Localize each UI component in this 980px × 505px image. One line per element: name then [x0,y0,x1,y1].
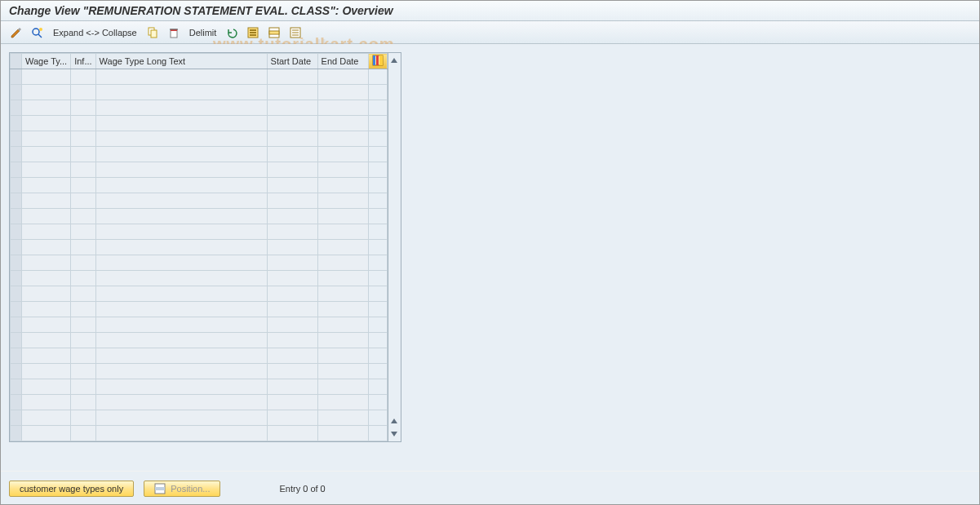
cell-wage-type[interactable] [22,162,71,178]
cell-start-date[interactable] [267,426,317,441]
cell-end-date[interactable] [317,193,368,209]
cell-start-date[interactable] [267,286,317,302]
table-row[interactable] [11,379,388,395]
table-row[interactable] [11,147,388,162]
cell-inf[interactable] [71,209,95,224]
row-selector[interactable] [11,395,22,410]
cell-start-date[interactable] [267,348,317,364]
cell-long-text[interactable] [95,410,267,426]
cell-long-text[interactable] [95,193,267,209]
table-row[interactable] [11,240,388,255]
cell-end-date[interactable] [317,100,368,116]
row-selector[interactable] [11,240,22,255]
row-selector[interactable] [11,69,22,85]
cell-inf[interactable] [71,147,95,162]
select-all-icon[interactable] [244,24,262,41]
cell-inf[interactable] [71,162,95,178]
cell-wage-type[interactable] [22,100,71,116]
col-header-wage-type[interactable]: Wage Ty... [22,54,71,69]
cell-wage-type[interactable] [22,364,71,379]
table-row[interactable] [11,286,388,302]
cell-start-date[interactable] [267,302,317,317]
row-selector[interactable] [11,85,22,100]
cell-long-text[interactable] [95,69,267,85]
cell-inf[interactable] [71,379,95,395]
cell-start-date[interactable] [267,224,317,240]
col-header-long-text[interactable]: Wage Type Long Text [95,54,267,69]
cell-start-date[interactable] [267,131,317,147]
cell-long-text[interactable] [95,379,267,395]
cell-wage-type[interactable] [22,379,71,395]
row-selector[interactable] [11,348,22,364]
row-selector[interactable] [11,116,22,131]
deselect-all-icon[interactable] [286,24,304,41]
cell-long-text[interactable] [95,162,267,178]
row-selector[interactable] [11,379,22,395]
table-row[interactable] [11,364,388,379]
cell-long-text[interactable] [95,364,267,379]
row-selector[interactable] [11,178,22,193]
row-selector[interactable] [11,255,22,271]
cell-wage-type[interactable] [22,302,71,317]
table-row[interactable] [11,333,388,348]
cell-long-text[interactable] [95,209,267,224]
table-row[interactable] [11,100,388,116]
cell-long-text[interactable] [95,116,267,131]
row-selector[interactable] [11,364,22,379]
col-header-inf[interactable]: Inf... [71,54,95,69]
cell-wage-type[interactable] [22,69,71,85]
cell-inf[interactable] [71,100,95,116]
cell-end-date[interactable] [317,69,368,85]
cell-end-date[interactable] [317,240,368,255]
cell-inf[interactable] [71,317,95,333]
table-row[interactable] [11,255,388,271]
cell-wage-type[interactable] [22,178,71,193]
cell-inf[interactable] [71,178,95,193]
table-row[interactable] [11,131,388,147]
delimit-button[interactable]: Delimit [186,28,220,38]
cell-long-text[interactable] [95,271,267,286]
cell-long-text[interactable] [95,333,267,348]
position-button[interactable]: Position... [144,481,220,497]
table-row[interactable] [11,410,388,426]
cell-end-date[interactable] [317,131,368,147]
undo-icon[interactable] [223,24,241,41]
cell-start-date[interactable] [267,162,317,178]
cell-end-date[interactable] [317,333,368,348]
cell-end-date[interactable] [317,410,368,426]
table-row[interactable] [11,116,388,131]
cell-long-text[interactable] [95,240,267,255]
cell-end-date[interactable] [317,116,368,131]
vertical-scrollbar[interactable] [388,53,401,441]
cell-inf[interactable] [71,410,95,426]
cell-start-date[interactable] [267,410,317,426]
cell-end-date[interactable] [317,348,368,364]
row-selector[interactable] [11,286,22,302]
cell-long-text[interactable] [95,131,267,147]
cell-start-date[interactable] [267,69,317,85]
table-row[interactable] [11,395,388,410]
cell-end-date[interactable] [317,317,368,333]
expand-collapse-button[interactable]: Expand <-> Collapse [50,28,140,38]
cell-inf[interactable] [71,395,95,410]
cell-inf[interactable] [71,364,95,379]
cell-long-text[interactable] [95,317,267,333]
row-selector[interactable] [11,271,22,286]
cell-end-date[interactable] [317,426,368,441]
cell-inf[interactable] [71,69,95,85]
cell-inf[interactable] [71,426,95,441]
cell-end-date[interactable] [317,286,368,302]
cell-long-text[interactable] [95,100,267,116]
table-row[interactable] [11,193,388,209]
cell-start-date[interactable] [267,100,317,116]
cell-wage-type[interactable] [22,426,71,441]
row-selector[interactable] [11,100,22,116]
cell-inf[interactable] [71,131,95,147]
cell-end-date[interactable] [317,85,368,100]
cell-start-date[interactable] [267,255,317,271]
row-selector[interactable] [11,209,22,224]
row-selector[interactable] [11,302,22,317]
other-view-icon[interactable] [29,24,47,41]
cell-inf[interactable] [71,85,95,100]
cell-inf[interactable] [71,302,95,317]
